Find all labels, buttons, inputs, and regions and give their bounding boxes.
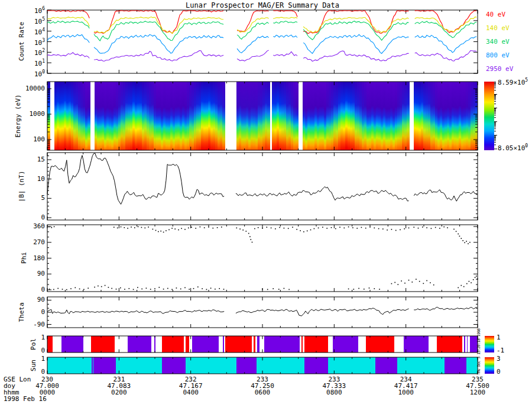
phi-dot	[262, 228, 263, 229]
phi-dot	[202, 288, 203, 289]
bmag-ytick-label: 15	[37, 156, 45, 163]
theta-ytick-label: -90	[33, 321, 45, 328]
phi-dot	[458, 287, 459, 289]
phi-dot	[217, 227, 218, 228]
phi-dot	[134, 227, 135, 228]
ylabel-pol: Pol	[30, 338, 37, 350]
phi-dot	[326, 228, 327, 229]
sun-colorbar-min-label: 0	[497, 368, 501, 375]
phi-dot	[79, 289, 80, 290]
phi-dot	[443, 227, 445, 228]
phi-dot	[378, 228, 379, 229]
phi-dot	[404, 228, 405, 229]
phi-dot	[322, 227, 323, 228]
bmag-ytick-label: 0	[41, 214, 45, 221]
phi-dot	[331, 227, 332, 228]
xrow-value-hhmm: 1200	[470, 389, 486, 396]
phi-dot	[176, 287, 177, 289]
phi-dot	[159, 287, 160, 288]
phi-dot	[408, 228, 410, 229]
exponent: 6	[42, 6, 45, 11]
phi-dot	[314, 228, 315, 229]
legend-item-140eV: 140 eV	[486, 25, 510, 31]
theta-ytick-label: 0	[41, 309, 45, 315]
phi-dot	[404, 283, 406, 284]
phi-dot	[473, 279, 474, 280]
phi-dot	[288, 228, 289, 229]
phi-dot	[469, 242, 471, 243]
phi-dot	[57, 288, 59, 289]
phi-dot	[111, 288, 112, 289]
count-rate-ytick-label: 105	[34, 17, 45, 25]
phi-dot	[184, 229, 186, 230]
phi-dot	[387, 229, 388, 231]
phi-dot	[154, 288, 155, 289]
phi-dot	[476, 276, 477, 277]
xrow-value-hhmm: 0800	[326, 389, 342, 396]
phi-dot	[278, 289, 280, 290]
phi-dot	[184, 287, 186, 289]
xrow-value-hhmm: 1000	[398, 389, 414, 396]
sun-ytick-label: 0	[41, 368, 45, 375]
phi-ytick-label: 90	[37, 270, 45, 277]
phi-dot	[236, 228, 238, 229]
phi-dot	[70, 288, 72, 289]
phi-dot	[401, 280, 402, 282]
phi-ytick-label: 360	[33, 223, 45, 229]
phi-dot	[477, 279, 478, 280]
phi-dot	[258, 227, 259, 228]
phi-dot	[116, 289, 117, 290]
phi-dot	[318, 228, 319, 229]
phi-dot	[168, 229, 170, 231]
phi-dot	[466, 283, 468, 284]
series-line-340eV	[47, 21, 476, 41]
panel-border	[47, 297, 478, 328]
phi-dot	[374, 288, 375, 289]
phi-dot	[475, 277, 476, 278]
phi-dot	[124, 227, 125, 228]
count-rate-ytick-label: 100	[34, 70, 45, 77]
phi-dot	[419, 281, 420, 282]
phi-dot	[121, 227, 122, 228]
xrow-value-hhmm: 0200	[111, 389, 127, 396]
phi-dot	[174, 228, 176, 229]
phi-dot	[459, 236, 460, 237]
phi-dot	[189, 289, 190, 290]
sun-colorbar-max-label: 3	[497, 355, 501, 362]
phi-dot	[292, 227, 293, 228]
phi-dot	[447, 227, 448, 228]
phi-dot	[137, 287, 138, 288]
colorbar-min-label: 8.05×100	[498, 144, 528, 151]
legend-item-2950eV: 2950 eV	[486, 66, 513, 72]
phi-dot	[221, 227, 222, 228]
phi-dot	[303, 231, 304, 232]
phi-dot	[171, 228, 173, 229]
phi-dot	[150, 289, 151, 290]
phi-dot	[284, 228, 285, 229]
phi-dot	[296, 229, 297, 230]
phi-dot	[464, 242, 465, 244]
ylabel-theta: Theta	[18, 302, 25, 322]
phi-dot	[394, 282, 395, 283]
phi-dot	[365, 228, 366, 229]
phi-dot	[471, 282, 472, 283]
phi-dot	[223, 289, 225, 290]
phi-dot	[267, 289, 268, 290]
phi-dot	[339, 227, 340, 228]
phi-dot	[129, 288, 130, 289]
panel-border	[47, 10, 478, 73]
plot-overlay	[0, 0, 532, 414]
phi-dot	[468, 243, 469, 244]
ylabel-bmag: |B| (nT)	[18, 171, 25, 202]
phi-dot	[463, 286, 465, 287]
phi-dot	[344, 228, 345, 229]
phi-dot	[171, 289, 173, 290]
phi-dot	[178, 229, 179, 231]
phi-dot	[242, 229, 244, 231]
xrow-value-hhmm: 0600	[255, 389, 271, 396]
phi-dot	[208, 227, 209, 228]
exponent: 5	[42, 17, 45, 22]
phi-dot	[158, 231, 159, 232]
phi-dot	[408, 280, 410, 281]
phi-dot	[398, 284, 399, 285]
